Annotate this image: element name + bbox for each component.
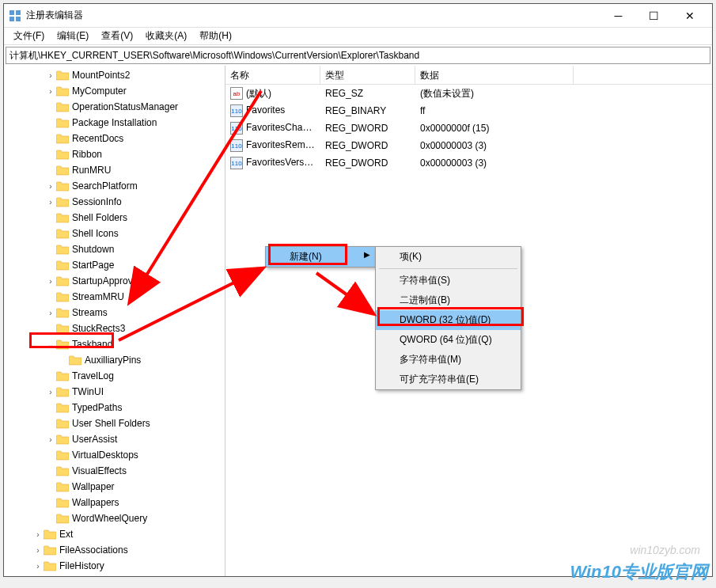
tree-item-userassist[interactable]: ›UserAssist: [4, 431, 225, 447]
menu-new-string[interactable]: 字符串值(S): [376, 271, 521, 290]
menu-new-multi[interactable]: 多字符串值(M): [376, 350, 521, 370]
menu-new-binary[interactable]: 二进制值(B): [376, 290, 521, 310]
tree-item-package-installation[interactable]: Package Installation: [4, 115, 225, 131]
tree-chevron-icon[interactable]: ›: [32, 546, 44, 555]
menu-favorites[interactable]: 收藏夹(A): [139, 28, 193, 44]
tree-pane[interactable]: ›MountPoints2›MyComputerOperationStatusM…: [4, 66, 225, 576]
list-pane[interactable]: 名称 类型 数据 ab(默认)REG_SZ(数值未设置)110Favorites…: [225, 66, 712, 576]
menu-view[interactable]: 查看(V): [95, 28, 139, 44]
close-button[interactable]: ✕: [672, 5, 707, 27]
tree-chevron-icon[interactable]: ›: [32, 562, 44, 571]
tree-item-wallpaper[interactable]: Wallpaper: [4, 479, 225, 495]
minimize-button[interactable]: ─: [600, 5, 636, 27]
tree-item-sessioninfo[interactable]: ›SessionInfo: [4, 194, 225, 210]
tree-label: Wallpaper: [72, 481, 115, 492]
menu-new-dword[interactable]: DWORD (32 位)值(D): [376, 310, 521, 330]
tree-item-filehistory[interactable]: ›FileHistory: [4, 558, 225, 574]
menu-file[interactable]: 文件(F): [7, 28, 51, 44]
tree-item-virtualdesktops[interactable]: VirtualDesktops: [4, 447, 225, 463]
menu-new-key[interactable]: 项(K): [376, 247, 521, 267]
menu-help[interactable]: 帮助(H): [193, 28, 238, 44]
folder-icon: [56, 340, 69, 350]
value-row[interactable]: 110FavoritesREG_BINARYff: [225, 102, 712, 119]
tree-label: OperationStatusManager: [72, 101, 178, 112]
tree-item-ext[interactable]: ›Ext: [4, 526, 225, 542]
col-data[interactable]: 数据: [415, 66, 574, 84]
menu-new-expand[interactable]: 可扩充字符串值(E): [376, 370, 521, 389]
menu-edit[interactable]: 编辑(E): [51, 28, 95, 44]
tree-item-streammru[interactable]: StreamMRU: [4, 289, 225, 305]
value-data: (数值未设置): [415, 85, 574, 102]
tree-item-typedpaths[interactable]: TypedPaths: [4, 400, 225, 415]
folder-icon: [56, 387, 69, 397]
tree-item-runmru[interactable]: RunMRU: [4, 162, 225, 178]
tree-chevron-icon[interactable]: ›: [45, 435, 56, 444]
list-header[interactable]: 名称 类型 数据: [225, 66, 712, 85]
tree-item-stuckrects3[interactable]: StuckRects3: [4, 321, 225, 336]
value-data: ff: [415, 104, 574, 118]
tree-label: SearchPlatform: [72, 180, 138, 192]
value-row[interactable]: 110FavoritesVersionREG_DWORD0x00000003 (…: [225, 154, 712, 172]
folder-icon: [56, 514, 69, 524]
tree-item-taskband[interactable]: ⌄Taskband: [4, 336, 225, 352]
svg-rect-3: [16, 17, 21, 21]
tree-item-shutdown[interactable]: Shutdown: [4, 241, 225, 257]
tree-label: RecentDocs: [72, 133, 123, 144]
folder-icon: [56, 229, 69, 239]
tree-chevron-icon[interactable]: ⌄: [45, 340, 56, 349]
tree-chevron-icon[interactable]: ›: [32, 530, 44, 539]
tree-item-user-shell-folders[interactable]: User Shell Folders: [4, 415, 225, 431]
tree-item-shell-folders[interactable]: Shell Folders: [4, 210, 225, 226]
svg-rect-0: [9, 10, 14, 15]
tree-chevron-icon[interactable]: ›: [45, 277, 56, 286]
tree-item-twinui[interactable]: ›TWinUI: [4, 384, 225, 400]
tree-item-travellog[interactable]: TravelLog: [4, 368, 225, 384]
folder-icon: [56, 434, 69, 445]
tree-item-recentdocs[interactable]: RecentDocs: [4, 131, 225, 146]
tree-item-visualeffects[interactable]: VisualEffects: [4, 463, 225, 479]
value-row[interactable]: 110FavoritesChan...REG_DWORD0x0000000f (…: [225, 119, 712, 137]
submenu-arrow-icon: ▶: [364, 250, 370, 259]
tree-chevron-icon[interactable]: ›: [45, 388, 56, 396]
folder-icon: [56, 260, 69, 271]
tree-chevron-icon[interactable]: ›: [45, 198, 56, 207]
value-type: REG_DWORD: [320, 156, 415, 170]
tree-item-mountpoints2[interactable]: ›MountPoints2: [4, 67, 225, 83]
titlebar[interactable]: 注册表编辑器 ─ ☐ ✕: [4, 4, 712, 28]
tree-chevron-icon[interactable]: ›: [45, 309, 56, 317]
address-bar[interactable]: 计算机\HKEY_CURRENT_USER\Software\Microsoft…: [6, 47, 710, 64]
tree-item-fileassociations[interactable]: ›FileAssociations: [4, 542, 225, 558]
tree-chevron-icon[interactable]: ›: [45, 182, 56, 191]
tree-item-wordwheelquery[interactable]: WordWheelQuery: [4, 510, 225, 526]
tree-item-wallpapers[interactable]: Wallpapers: [4, 495, 225, 510]
col-type[interactable]: 类型: [320, 66, 415, 84]
tree-item-ribbon[interactable]: Ribbon: [4, 146, 225, 162]
folder-icon: [44, 545, 56, 556]
tree-label: VisualEffects: [72, 465, 127, 476]
folder-icon: [44, 561, 56, 571]
tree-chevron-icon[interactable]: ›: [45, 71, 56, 80]
tree-chevron-icon[interactable]: ›: [45, 87, 56, 96]
folder-icon: [44, 529, 56, 540]
tree-item-shell-icons[interactable]: Shell Icons: [4, 226, 225, 241]
tree-item-searchplatform[interactable]: ›SearchPlatform: [4, 178, 225, 194]
value-data: 0x00000003 (3): [415, 156, 574, 170]
tree-item-streams[interactable]: ›Streams: [4, 305, 225, 321]
content-area: ›MountPoints2›MyComputerOperationStatusM…: [4, 66, 712, 576]
tree-label: Shutdown: [72, 244, 114, 255]
tree-item-operationstatusmanager[interactable]: OperationStatusManager: [4, 99, 225, 115]
tree-label: SessionInfo: [72, 196, 122, 207]
value-row[interactable]: 110FavoritesRemo...REG_DWORD0x00000003 (…: [225, 137, 712, 154]
menu-new-qword[interactable]: QWORD (64 位)值(Q): [376, 330, 521, 350]
tree-item-startupapproved[interactable]: ›StartupApproved: [4, 273, 225, 289]
tree-item-auxilliarypins[interactable]: AuxilliaryPins: [4, 352, 225, 368]
folder-icon: [56, 181, 69, 192]
menu-new[interactable]: 新建(N) ▶: [266, 247, 375, 267]
tree-item-mycomputer[interactable]: ›MyComputer: [4, 83, 225, 99]
tree-item-startpage[interactable]: StartPage: [4, 257, 225, 273]
col-name[interactable]: 名称: [225, 66, 320, 84]
tree-label: Package Installation: [72, 117, 157, 128]
folder-icon: [56, 70, 69, 81]
value-row[interactable]: ab(默认)REG_SZ(数值未设置): [225, 85, 712, 102]
maximize-button[interactable]: ☐: [636, 5, 672, 27]
